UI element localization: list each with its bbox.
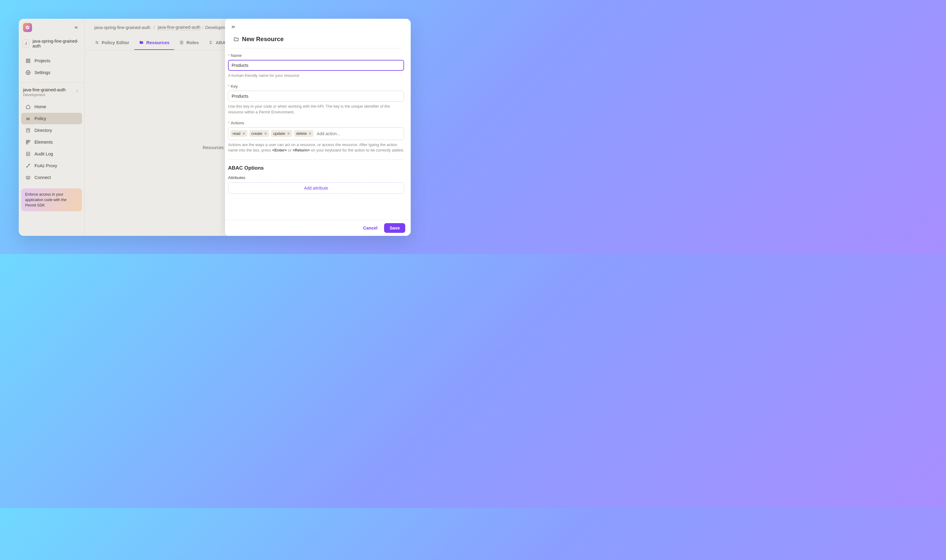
action-tag-label: delete: [296, 131, 307, 136]
action-tag-remove[interactable]: ✕: [287, 132, 290, 136]
roles-icon: [179, 40, 184, 45]
environment-project: java-fine-grained-auth: [23, 88, 80, 92]
sidebar-item-foaz-proxy[interactable]: FoAz Proxy: [21, 160, 82, 171]
workspace-avatar: J: [22, 40, 29, 48]
drawer-title-row: New Resource: [231, 31, 402, 48]
workspace-selector[interactable]: J java-spring-fine-grained-auth: [19, 36, 85, 53]
key-input[interactable]: [228, 91, 404, 102]
svg-rect-11: [27, 152, 30, 156]
sidebar-section-nav: Home Policy Directory Elements Audit Log…: [19, 99, 85, 185]
environment-selector[interactable]: java-fine-grained-auth Development: [19, 85, 85, 99]
chevrons-left-icon: [74, 25, 78, 30]
sidebar-top: [19, 19, 85, 36]
required-marker: *: [228, 53, 229, 58]
sliders-icon: [94, 40, 99, 45]
svg-rect-0: [26, 59, 28, 60]
gear-icon: [25, 70, 31, 75]
sidebar-item-home[interactable]: Home: [21, 101, 82, 112]
sidebar-item-directory[interactable]: Directory: [21, 125, 82, 136]
action-tag: create✕: [249, 130, 269, 137]
drawer-new-resource: New Resource *Name A human-friendly name…: [225, 19, 411, 236]
proxy-icon: [25, 163, 31, 168]
svg-point-23: [181, 42, 182, 43]
tab-label: Policy Editor: [102, 40, 129, 45]
sidebar-item-label: FoAz Proxy: [34, 163, 57, 168]
breadcrumb-separator: /: [153, 25, 155, 30]
sidebar-item-policy[interactable]: Policy: [21, 113, 82, 124]
field-actions-label: *Actions: [228, 121, 404, 125]
save-button[interactable]: Save: [384, 223, 405, 233]
sidebar-section-top: Projects Settings: [19, 53, 85, 80]
required-marker: *: [228, 84, 229, 89]
workspace-name: java-spring-fine-grained-auth: [32, 39, 81, 48]
sidebar-item-label: Elements: [34, 140, 52, 145]
svg-rect-9: [28, 140, 30, 142]
sidebar-item-projects[interactable]: Projects: [21, 55, 82, 66]
action-tag-label: read: [232, 131, 240, 136]
tab-label: Roles: [186, 40, 199, 45]
app-window: J java-spring-fine-grained-auth Projects…: [19, 19, 411, 236]
sidebar-item-audit-log[interactable]: Audit Log: [21, 148, 82, 160]
svg-rect-8: [26, 140, 28, 142]
tab-label: Resources: [146, 40, 170, 45]
action-tag: read✕: [231, 130, 248, 137]
sidebar-item-settings[interactable]: Settings: [21, 67, 82, 78]
sidebar-item-label: Connect: [34, 175, 51, 180]
required-marker: *: [228, 121, 229, 125]
name-input[interactable]: [228, 60, 404, 71]
drawer-title: New Resource: [242, 36, 284, 43]
tab-roles[interactable]: Roles: [174, 36, 203, 50]
action-tag-remove[interactable]: ✕: [242, 132, 245, 136]
sidebar-item-label: Settings: [34, 70, 50, 75]
field-key: *Key Use this key in your code or when w…: [228, 84, 404, 115]
action-tag: update✕: [271, 130, 292, 137]
field-name: *Name A human-friendly name for your res…: [228, 53, 404, 78]
action-tag-remove[interactable]: ✕: [264, 132, 267, 136]
breadcrumb-project[interactable]: java-fine-grained-auth: [158, 25, 200, 30]
svg-rect-10: [26, 142, 28, 144]
sidebar-item-label: Audit Log: [34, 151, 53, 156]
field-key-help: Use this key in your code or when workin…: [228, 104, 404, 115]
action-tag-remove[interactable]: ✕: [309, 132, 312, 136]
sidebar-collapse-button[interactable]: [72, 24, 80, 31]
app-logo[interactable]: [23, 23, 32, 32]
chevron-updown-icon: [75, 89, 79, 94]
home-icon: [25, 104, 31, 109]
field-name-label: *Name: [228, 53, 404, 58]
drawer-divider: [228, 159, 404, 160]
field-name-help: A human-friendly name for your resource: [228, 73, 404, 78]
drawer-close-button[interactable]: [231, 24, 237, 30]
sidebar-item-label: Directory: [34, 128, 52, 133]
audit-icon: [25, 151, 31, 157]
sidebar-item-label: Home: [34, 104, 46, 109]
svg-point-20: [96, 42, 97, 42]
breadcrumb-workspace[interactable]: java-spring-fine-grained-auth: [94, 25, 150, 30]
tab-resources[interactable]: Resources: [134, 36, 174, 50]
action-tag: delete✕: [294, 130, 314, 137]
sidebar-item-connect[interactable]: Connect: [21, 172, 82, 183]
svg-point-21: [97, 43, 98, 44]
sidebar: J java-spring-fine-grained-auth Projects…: [19, 19, 85, 236]
drawer-header: New Resource: [225, 19, 411, 48]
connect-icon: [25, 175, 31, 180]
drawer-body: *Name A human-friendly name for your res…: [225, 48, 411, 220]
sidebar-item-elements[interactable]: Elements: [21, 136, 82, 148]
cancel-button[interactable]: Cancel: [359, 223, 382, 233]
sidebar-divider: [19, 82, 85, 83]
grid-icon: [25, 58, 31, 63]
sdk-card-text: Enforce access in your application code …: [25, 192, 66, 208]
sidebar-item-label: Policy: [34, 116, 46, 121]
tab-policy-editor[interactable]: Policy Editor: [89, 36, 134, 50]
policy-icon: [25, 116, 31, 121]
field-key-label: *Key: [228, 84, 404, 89]
actions-tag-input[interactable]: read✕create✕update✕delete✕: [228, 127, 404, 140]
drawer-footer: Cancel Save: [225, 220, 411, 236]
add-attribute-button[interactable]: Add attribute: [228, 182, 404, 194]
action-tag-label: create: [251, 131, 262, 136]
sdk-promo-card[interactable]: Enforce access in your application code …: [21, 188, 82, 211]
sidebar-item-label: Projects: [34, 58, 50, 63]
actions-add-input[interactable]: [315, 130, 401, 137]
directory-icon: [25, 128, 31, 133]
svg-point-16: [29, 164, 30, 165]
folder-icon: [139, 40, 144, 45]
